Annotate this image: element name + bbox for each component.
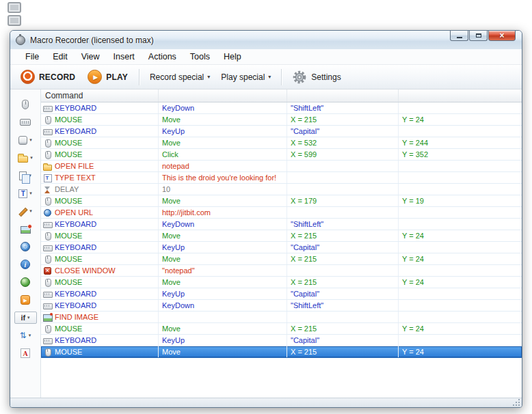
table-row[interactable]: MOUSEMoveX = 215Y = 24 bbox=[41, 323, 522, 335]
table-row[interactable]: MOUSEMoveX = 532Y = 244 bbox=[41, 137, 522, 149]
insert-format-command[interactable] bbox=[21, 344, 30, 362]
command-cell: OPEN FILE bbox=[41, 161, 159, 171]
action-cell: "notepad" bbox=[159, 265, 287, 276]
table-row[interactable]: KEYBOARDKeyDown"ShiftLeft" bbox=[41, 219, 522, 230]
chevron-down-icon: ▾ bbox=[207, 74, 210, 80]
chevron-down-icon: ▾ bbox=[29, 208, 32, 214]
table-row[interactable]: OPEN URLhttp://jitbit.com bbox=[41, 207, 522, 219]
menu-tools[interactable]: Tools bbox=[183, 50, 217, 64]
globe-green-icon bbox=[21, 277, 30, 287]
param1-cell: "ShiftLeft" bbox=[287, 102, 399, 113]
action-cell: KeyDown bbox=[159, 102, 287, 113]
resize-grip[interactable] bbox=[511, 398, 520, 406]
table-row[interactable]: MOUSEMoveX = 215Y = 24 bbox=[41, 114, 522, 126]
param1-cell: "Capital" bbox=[287, 288, 399, 299]
record-special-button[interactable]: Record special ▾ bbox=[144, 69, 215, 85]
param2-cell: Y = 24 bbox=[399, 346, 522, 357]
minimize-button[interactable] bbox=[450, 31, 468, 41]
insert-type-text-command[interactable]: ▾ bbox=[18, 184, 32, 202]
menu-help[interactable]: Help bbox=[217, 50, 248, 64]
param2-cell bbox=[399, 265, 522, 276]
table-row[interactable]: KEYBOARDKeyUp"Capital" bbox=[41, 242, 522, 253]
insert-edit-command[interactable]: ▾ bbox=[18, 202, 32, 220]
action-cell: notepad bbox=[159, 161, 287, 171]
param1-cell: X = 215 bbox=[287, 323, 399, 334]
param2-cell: Y = 352 bbox=[399, 149, 522, 160]
column-header-command[interactable]: Command bbox=[41, 89, 159, 102]
close-button[interactable]: × bbox=[488, 31, 516, 41]
command-name: MOUSE bbox=[55, 278, 82, 286]
chevron-down-icon: ▾ bbox=[268, 74, 271, 80]
command-cell: MOUSE bbox=[41, 195, 159, 206]
mouse-icon bbox=[22, 100, 29, 109]
insert-find-image-command[interactable] bbox=[21, 220, 31, 238]
insert-loop-command[interactable]: ▾ bbox=[20, 327, 31, 344]
table-row[interactable]: OPEN FILEnotepad bbox=[41, 161, 522, 172]
table-row[interactable]: KEYBOARDKeyDown"ShiftLeft" bbox=[41, 102, 522, 114]
table-row[interactable]: TYPE TEXTThis is the droid you're lookin… bbox=[41, 172, 522, 184]
record-button[interactable]: RECORD bbox=[14, 67, 81, 87]
window-titlebar[interactable]: Macro Recorder (licensed to max) × bbox=[10, 31, 522, 49]
param2-cell bbox=[399, 184, 522, 195]
keyboard-icon bbox=[20, 119, 31, 126]
insert-keyboard-command[interactable] bbox=[20, 113, 31, 131]
insert-info-command[interactable] bbox=[21, 256, 30, 273]
insert-shortcut-command[interactable]: ▾ bbox=[18, 131, 32, 149]
action-cell: Move bbox=[159, 137, 287, 148]
table-row[interactable]: KEYBOARDKeyUp"Capital" bbox=[41, 288, 522, 300]
insert-launch-command[interactable] bbox=[21, 291, 30, 309]
table-row[interactable]: MOUSEMoveX = 179Y = 19 bbox=[41, 195, 522, 207]
param1-cell: "ShiftLeft" bbox=[287, 300, 399, 311]
table-row[interactable]: MOUSEMoveX = 215Y = 24 bbox=[41, 230, 522, 242]
play-special-button[interactable]: Play special ▾ bbox=[215, 69, 276, 85]
command-name: KEYBOARD bbox=[55, 336, 96, 344]
column-header-param2 bbox=[399, 89, 522, 102]
pen-icon bbox=[18, 207, 27, 216]
action-cell: Move bbox=[159, 346, 287, 357]
command-name: KEYBOARD bbox=[55, 220, 96, 228]
table-row[interactable]: KEYBOARDKeyDown"ShiftLeft" bbox=[41, 300, 522, 312]
action-cell: http://jitbit.com bbox=[159, 207, 287, 218]
column-header-param1 bbox=[287, 89, 399, 102]
maximize-button[interactable] bbox=[469, 31, 488, 41]
background-icon-bottom[interactable] bbox=[8, 15, 21, 26]
if-icon bbox=[21, 313, 25, 322]
table-row[interactable]: CLOSE WINDOW"notepad" bbox=[41, 265, 522, 277]
close-icon bbox=[43, 266, 52, 275]
insert-clipboard-command[interactable]: ▾ bbox=[19, 167, 31, 184]
menu-view[interactable]: View bbox=[75, 50, 107, 64]
table-row[interactable]: MOUSEMoveX = 215Y = 24 bbox=[41, 253, 522, 265]
action-cell: Move bbox=[159, 253, 287, 264]
keyboard-icon bbox=[43, 336, 52, 345]
settings-button[interactable]: Settings bbox=[287, 67, 346, 87]
menu-edit[interactable]: Edit bbox=[46, 50, 75, 64]
param2-cell bbox=[399, 335, 522, 346]
command-cell: MOUSE bbox=[41, 230, 159, 241]
table-row[interactable]: KEYBOARDKeyUp"Capital" bbox=[41, 335, 522, 346]
table-row[interactable]: MOUSEMoveX = 215Y = 24 bbox=[41, 277, 522, 288]
app-icon[interactable] bbox=[16, 36, 25, 45]
menu-insert[interactable]: Insert bbox=[107, 50, 142, 64]
menu-file[interactable]: File bbox=[18, 50, 46, 64]
info-icon bbox=[21, 260, 30, 269]
insert-open-file-command[interactable]: ▾ bbox=[18, 149, 33, 167]
table-row[interactable]: DELAY10 bbox=[41, 184, 522, 195]
table-row[interactable]: MOUSEClickX = 599Y = 352 bbox=[41, 149, 522, 161]
insert-web-command[interactable] bbox=[21, 273, 30, 291]
command-cell: KEYBOARD bbox=[41, 300, 159, 311]
play-button[interactable]: ▶ PLAY bbox=[81, 67, 134, 87]
insert-open-url-command[interactable] bbox=[21, 238, 30, 256]
letter-a-icon bbox=[21, 348, 30, 358]
param2-cell: Y = 244 bbox=[399, 137, 522, 148]
table-row[interactable]: FIND IMAGE bbox=[41, 312, 522, 323]
maximize-icon bbox=[476, 33, 481, 38]
action-cell: KeyUp bbox=[159, 242, 287, 253]
menu-actions[interactable]: Actions bbox=[142, 50, 183, 64]
table-row[interactable]: MOUSEMoveX = 215Y = 24 bbox=[41, 346, 522, 358]
insert-mouse-command[interactable] bbox=[22, 96, 29, 113]
command-name: MOUSE bbox=[55, 232, 82, 240]
insert-if-command[interactable]: ▾ bbox=[14, 312, 37, 324]
action-cell: This is the droid you're looking for! bbox=[159, 172, 287, 183]
background-icon-top[interactable] bbox=[8, 2, 21, 13]
table-row[interactable]: KEYBOARDKeyUp"Capital" bbox=[41, 126, 522, 137]
